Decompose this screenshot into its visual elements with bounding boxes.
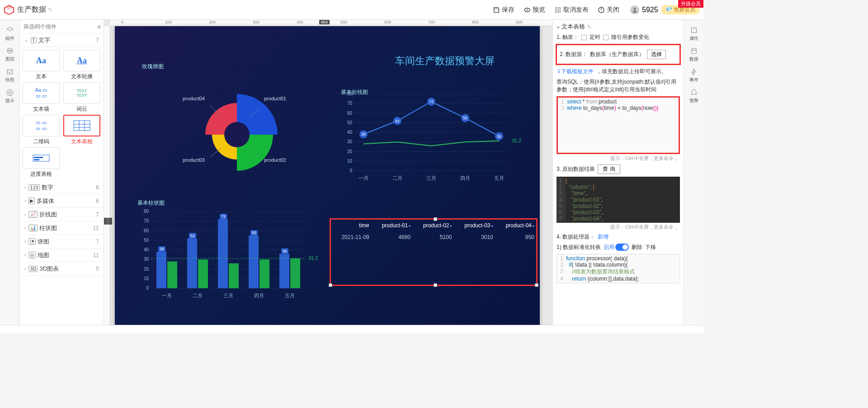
svg-rect-8 [558,10,560,12]
rail-layers[interactable]: 图层 [1,44,19,65]
save-button[interactable]: 保存 [493,6,514,14]
trigger-param-checkbox[interactable] [603,35,609,40]
svg-text:36: 36 [283,249,287,253]
svg-rect-88 [167,262,177,289]
rail-snapshot[interactable]: 快照 [1,65,19,86]
upgrade-badge[interactable]: 升级会员 [678,0,703,8]
component-thumb[interactable]: 文本表格 [62,115,101,145]
edit-title-icon[interactable]: ✎ [48,7,52,13]
line-chart[interactable]: 01020304050607080一月二月三月四月五月385272553631.… [336,85,526,184]
unpublish-button[interactable]: 取消发布 [554,6,589,14]
category-header[interactable]: ›◔饼图7 [20,235,104,249]
svg-text:31.2: 31.2 [308,255,318,261]
svg-rect-92 [187,239,197,289]
category-header[interactable]: ›▶多媒体6 [20,194,104,208]
svg-point-115 [691,48,696,51]
topbar: 生产数据 ✎ 保存 预览 取消发布 关闭 5925 💎 免费会员 [0,0,703,20]
resize-handle[interactable] [329,283,332,287]
rose-chart[interactable]: product01 product02 product03 product04 [169,71,305,189]
preview-button[interactable]: 预览 [524,6,545,14]
processor-code-editor[interactable]: 1function processor( data){ 2 if( !data … [557,254,680,283]
edit-name-icon[interactable]: ✎ [587,23,592,30]
query-button[interactable]: 查 询 [598,164,620,174]
rail-events[interactable]: 事件 [685,65,703,86]
component-thumb[interactable]: ▭ ▭▭ ▭二维码 [22,115,61,145]
source-value: 数据库（生产数据库） [590,51,644,58]
rose-title: 玫瑰饼图 [142,63,164,70]
bar-chart[interactable]: 0102030405060708038一月52二月72三月55四月36五月31.… [133,202,323,302]
svg-text:20: 20 [347,149,353,154]
add-processor-link[interactable]: 新增 [598,233,609,241]
svg-rect-7 [556,10,557,12]
download-template-link[interactable]: ⇩下载模板文件 [557,68,594,75]
category-header[interactable]: ›📈折线图7 [20,208,104,221]
rail-alerts[interactable]: 预警 [685,86,703,107]
svg-point-26 [224,122,250,147]
component-thumb[interactable]: Aa文本 [22,50,61,80]
sql-editor[interactable]: 1select * from product 2where to_days(ti… [557,96,680,154]
svg-rect-18 [74,121,90,131]
component-thumb[interactable]: Aa文本轮播 [62,50,101,80]
rail-data[interactable]: 数据 [685,44,703,65]
svg-text:31.2: 31.2 [512,138,521,143]
normalize-label: 1) 数据标准化转换 [557,244,601,251]
properties-panel: »文本表格 ✎ 1. 触发： 定时 随引用参数变化 2. 数据源： 数据库（生产… [552,20,684,325]
rail-components[interactable]: 组件 [1,23,19,44]
user-avatar-icon[interactable] [630,5,639,14]
svg-marker-14 [7,50,13,54]
move-down-link[interactable]: 下移 [645,244,656,251]
delete-processor-link[interactable]: 删除 [632,244,642,251]
component-thumb[interactable]: TEXTTEXT词云 [62,82,101,113]
svg-text:80: 80 [347,91,353,96]
source-label: 2. 数据源： [560,51,587,58]
category-header[interactable]: ⌄T文字7 [20,33,104,47]
component-thumb[interactable]: Aa ▭▭ ▭文本墙 [22,82,61,113]
processor-label: 4. 数据处理器： [557,233,595,241]
category-header[interactable]: ›📊柱状图12 [20,221,104,235]
dashboard-canvas[interactable]: 车间生产数据预警大屏 玫瑰饼图 product01 product02 prod… [115,26,540,325]
select-datasource-button[interactable]: 选择 [647,50,666,59]
right-rail: 属性 数据 事件 预警 [684,20,703,325]
svg-rect-107 [279,254,289,289]
collapse-panel-icon[interactable]: « [95,23,104,31]
resize-handle[interactable] [535,283,538,287]
resize-handle[interactable] [434,217,437,221]
category-header[interactable]: ›3D3D图表5 [20,262,104,276]
canvas-area[interactable]: 664 0100200300400500600700800900 642 车间生… [104,20,552,325]
svg-text:二月: 二月 [392,175,402,181]
resize-handle[interactable] [434,283,437,287]
svg-text:10: 10 [144,276,149,281]
svg-text:36: 36 [497,134,501,139]
ruler-h-marker: 664 [319,20,330,24]
svg-text:60: 60 [144,228,149,233]
enable-toggle[interactable]: 启用 [604,244,629,251]
rail-hints[interactable]: 提示 [1,86,19,107]
page-title: 生产数据 [17,5,46,14]
component-thumb[interactable]: 进度表格 [22,147,61,178]
svg-marker-13 [7,48,13,52]
ruler-v-marker: 642 [104,218,112,225]
svg-text:10: 10 [347,159,353,164]
category-header[interactable]: ›123数字6 [20,181,104,194]
svg-text:80: 80 [144,209,149,214]
svg-rect-15 [7,70,13,74]
svg-text:20: 20 [144,267,149,272]
text-table-widget[interactable]: timeproduct-01▾product-02▾product-03▾pro… [330,218,538,286]
close-button[interactable]: 关闭 [598,6,619,14]
json-result[interactable]: 1{2 "column": [3 "time",4 "product-01",5… [557,177,680,223]
svg-point-17 [9,91,11,94]
category-header[interactable]: ›◎地图11 [20,249,104,262]
svg-point-16 [7,89,13,96]
svg-point-11 [634,8,636,10]
svg-rect-108 [290,258,300,288]
ruler-horizontal: 664 0100200300400500600700800900 [110,20,552,26]
svg-text:72: 72 [429,99,434,104]
svg-text:product02: product02 [264,157,286,163]
svg-marker-12 [7,27,13,31]
trigger-timed-checkbox[interactable] [581,35,587,40]
svg-text:50: 50 [144,238,149,243]
component-panel: « ⌄T文字7Aa文本Aa文本轮播Aa ▭▭ ▭文本墙TEXTTEXT词云▭ ▭… [20,20,104,325]
component-search-input[interactable] [20,23,95,30]
ruler-vertical: 642 [104,26,110,325]
rail-attributes[interactable]: 属性 [685,23,703,44]
